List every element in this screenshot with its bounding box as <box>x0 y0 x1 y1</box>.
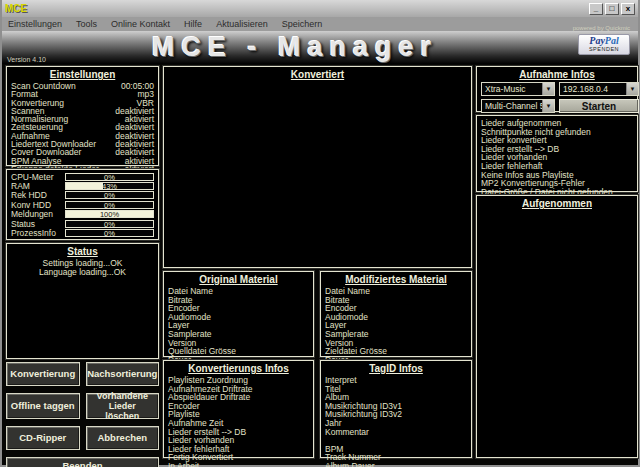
rek-hdd-meter-bar: 0% <box>65 191 154 199</box>
conversion-infos-panel: Konvertierungs Infos Playlisten Zuordnun… <box>163 360 314 458</box>
meters-panel: CPU-Meter 0% RAM 43% Rek HDD 0% Konv HDD… <box>6 169 159 240</box>
cpu-meter-bar: 0% <box>65 173 154 181</box>
minimize-button[interactable]: _ <box>589 3 603 15</box>
field-label: In Arbeit <box>168 462 309 467</box>
field-label: Album Dauer <box>325 462 467 467</box>
powered-by-text: powered by Quickmic <box>573 25 630 31</box>
action-buttons: Konvertierung Nachsortierung Offline tag… <box>6 362 159 460</box>
mce-manager-window: MCE _ □ x Einstellungen Tools Online Kon… <box>0 0 640 467</box>
aufnahme-infos-panel: Aufnahme Infos Xtra-Music ▼ 192.168.0.4 … <box>476 66 638 112</box>
nachsortierung-button[interactable]: Nachsortierung <box>86 362 160 386</box>
abbrechen-button[interactable]: Abbrechen <box>86 426 160 450</box>
konv-hdd-meter-bar: 0% <box>65 201 154 209</box>
source-select[interactable]: Xtra-Music ▼ <box>481 82 555 96</box>
menu-bar: Einstellungen Tools Online Kontakt Hilfe… <box>2 17 638 31</box>
status-line: Language loading...OK <box>11 268 154 277</box>
meter-row: Rek HDD 0% <box>11 191 154 200</box>
channel-select[interactable]: Multi-Channel 5 ▼ <box>481 99 555 113</box>
close-button[interactable]: x <box>621 3 635 15</box>
meter-row: Meldungen 100% <box>11 210 154 219</box>
ip-select[interactable]: 192.168.0.4 ▼ <box>559 82 639 96</box>
menu-einstellungen[interactable]: Einstellungen <box>8 19 62 29</box>
konvertiert-panel: Konvertiert <box>163 66 472 268</box>
paypal-donate-label: SPENDEN <box>579 46 629 52</box>
offline-taggen-button[interactable]: Offline taggen <box>6 393 80 419</box>
version-text: Version 4.10 <box>7 56 46 63</box>
chevron-down-icon[interactable]: ▼ <box>626 83 638 95</box>
konvertierung-button[interactable]: Konvertierung <box>6 362 80 386</box>
app-title: MCE - Manager <box>152 32 438 63</box>
konvertiert-title: Konvertiert <box>168 69 467 80</box>
ram-meter-bar: 43% <box>65 182 154 190</box>
status-panel: Status Settings loading...OK Language lo… <box>6 243 159 359</box>
field-label: Interpret <box>325 376 467 385</box>
cd-ripper-button[interactable]: CD-Ripper <box>6 426 80 450</box>
field-spacer <box>325 436 467 445</box>
meter-row: RAM 43% <box>11 181 154 190</box>
title-bar: MCE _ □ x <box>2 0 638 17</box>
meter-row: Konv HDD 0% <box>11 200 154 209</box>
field-label: Audiomode <box>325 313 467 322</box>
meter-row: CPU-Meter 0% <box>11 172 154 181</box>
status-meter-bar: 0% <box>65 220 154 228</box>
tagid-infos-panel: TagID Infos Interpret Titel Album Musikr… <box>320 360 472 458</box>
modified-material-title: Modifiziertes Material <box>325 274 467 285</box>
maximize-button[interactable]: □ <box>605 3 619 15</box>
original-material-panel: Original Material Datei Name Bitrate Enc… <box>163 271 314 357</box>
tagid-infos-title: TagID Infos <box>325 363 467 374</box>
settings-panel: Einstellungen Scan Countdown00:05:00 For… <box>6 66 159 166</box>
meter-row: ProzessInfo 0% <box>11 228 154 237</box>
field-label: Audiomode <box>168 313 309 322</box>
beenden-button[interactable]: Beenden <box>6 457 159 467</box>
modified-material-panel: Modifiziertes Material Datei Name Bitrat… <box>320 271 472 357</box>
prozessinfo-meter-bar: 0% <box>65 229 154 237</box>
meter-row: Status 0% <box>11 219 154 228</box>
recording-messages-panel: Lieder aufgenommen Schnittpunkte nicht g… <box>476 115 638 192</box>
menu-speichern[interactable]: Speichern <box>282 19 323 29</box>
field-label: Kommentar <box>325 428 467 437</box>
menu-tools[interactable]: Tools <box>76 19 97 29</box>
status-title: Status <box>11 246 154 257</box>
menu-hilfe[interactable]: Hilfe <box>184 19 202 29</box>
window-title: MCE <box>5 3 27 14</box>
chevron-down-icon[interactable]: ▼ <box>542 83 554 95</box>
field-label: Musikrichtung ID3v2 <box>325 410 467 419</box>
menu-aktualisieren[interactable]: Aktualisieren <box>216 19 268 29</box>
header-banner: MCE - Manager PayPal SPENDEN <box>2 31 638 64</box>
conversion-infos-title: Konvertierungs Infos <box>168 363 309 374</box>
starten-button[interactable]: Starten <box>559 99 639 113</box>
settings-title: Einstellungen <box>11 69 154 80</box>
meldungen-meter-bar: 100% <box>65 210 154 218</box>
chevron-down-icon[interactable]: ▼ <box>542 100 554 112</box>
vorhandene-lieder-loeschen-button[interactable]: Vorhandene Lieder löschen <box>86 393 160 419</box>
paypal-donate-button[interactable]: PayPal SPENDEN <box>578 34 630 55</box>
aufgenommen-title: Aufgenommen <box>481 198 633 209</box>
paypal-logo: PayPal <box>579 36 629 46</box>
menu-online-kontakt[interactable]: Online Kontakt <box>111 19 170 29</box>
original-material-title: Original Material <box>168 274 309 285</box>
aufgenommen-panel: Aufgenommen <box>476 195 638 458</box>
aufnahme-infos-title: Aufnahme Infos <box>481 69 633 80</box>
